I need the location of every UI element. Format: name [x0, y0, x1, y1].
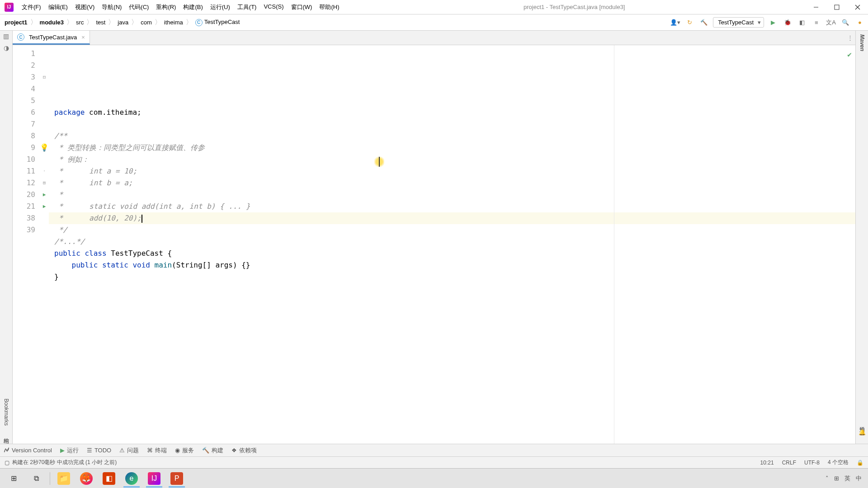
- menu-file[interactable]: 文件(F): [18, 1, 45, 13]
- services-tool-button[interactable]: ◉服务: [175, 446, 194, 455]
- status-message: 构建在 2秒70毫秒 中成功完成 (1 小时 之前): [12, 459, 117, 466]
- bulb-icon[interactable]: 💡: [40, 142, 49, 154]
- vc-tool-button[interactable]: 🗲Version Control: [4, 447, 52, 454]
- user-icon[interactable]: 👤▾: [670, 17, 680, 28]
- breadcrumbs: project1〉 module3〉 src〉 test〉 java〉 com〉…: [3, 18, 670, 27]
- branch-icon: 🗲: [4, 447, 9, 454]
- crumb-java[interactable]: java: [116, 18, 130, 27]
- status-box-icon[interactable]: ▢: [5, 460, 9, 466]
- layers-icon: ❖: [231, 447, 237, 454]
- tips-icon[interactable]: ●: [854, 17, 865, 28]
- menu-code[interactable]: 代码(C): [125, 1, 152, 13]
- notifications-tool[interactable]: 通知: [858, 421, 866, 424]
- coverage-icon[interactable]: ◧: [797, 17, 807, 28]
- hammer-icon: 🔨: [202, 447, 209, 454]
- run-gutter-icon[interactable]: ▶: [40, 189, 49, 201]
- main-area: ▥ ◑ Bookmarks 结构 C TestTypeCast.java × ⋮…: [0, 31, 868, 444]
- fold-icon[interactable]: ⊟: [40, 71, 49, 83]
- crumb-com[interactable]: com: [139, 18, 154, 27]
- project-tool-icon[interactable]: ▥: [3, 33, 9, 40]
- crumb-itheima[interactable]: itheima: [162, 18, 185, 27]
- list-icon: ☰: [87, 447, 92, 454]
- svg-rect-1: [835, 5, 839, 9]
- menu-refactor[interactable]: 重构(R): [152, 1, 179, 13]
- navigation-bar: project1〉 module3〉 src〉 test〉 java〉 com〉…: [0, 14, 868, 31]
- bookmarks-tool[interactable]: Bookmarks: [3, 397, 9, 427]
- tab-label: TestTypeCast.java: [29, 34, 77, 41]
- terminal-tool-button[interactable]: ⌘终端: [147, 446, 167, 455]
- menu-view[interactable]: 视图(V): [71, 1, 98, 13]
- crumb-class[interactable]: CTestTypeCast: [193, 18, 242, 27]
- terminal-icon: ⌘: [147, 447, 153, 454]
- menubar: 文件(F) 编辑(E) 视图(V) 导航(N) 代码(C) 重构(R) 构建(B…: [18, 1, 343, 13]
- intellij-taskbar[interactable]: IJ: [143, 469, 165, 488]
- run-tool-button[interactable]: ▶运行: [60, 446, 79, 455]
- titlebar: IJ 文件(F) 编辑(E) 视图(V) 导航(N) 代码(C) 重构(R) 构…: [0, 0, 868, 14]
- line-separator[interactable]: CRLF: [782, 460, 796, 466]
- menu-nav[interactable]: 导航(N): [98, 1, 125, 13]
- services-icon: ◉: [175, 447, 180, 454]
- ime-indicator-2[interactable]: 中: [856, 474, 862, 483]
- window-controls: [806, 0, 868, 14]
- commit-tool-icon[interactable]: ◑: [4, 44, 9, 52]
- tray-chevron-icon[interactable]: ˄: [826, 475, 829, 482]
- line-numbers: 12345678910111220213839: [13, 45, 40, 444]
- menu-vcs[interactable]: VCS(S): [260, 1, 287, 13]
- window-title: project1 - TestTypeCast.java [module3]: [343, 4, 806, 10]
- sync-icon[interactable]: ↻: [684, 17, 695, 28]
- todo-tool-button[interactable]: ☰TODO: [87, 447, 111, 454]
- hammer-icon[interactable]: 🔨: [698, 17, 709, 28]
- start-button[interactable]: ⊞: [3, 469, 24, 488]
- tray-grid-icon[interactable]: ⊞: [834, 475, 839, 482]
- deps-tool-button[interactable]: ❖依赖项: [231, 446, 257, 455]
- tab-file[interactable]: C TestTypeCast.java ×: [13, 31, 90, 45]
- maven-tool[interactable]: Maven: [859, 33, 865, 53]
- search-icon[interactable]: 🔍: [840, 17, 851, 28]
- file-encoding[interactable]: UTF-8: [804, 460, 820, 466]
- crumb-module[interactable]: module3: [38, 18, 66, 27]
- build-tool-button[interactable]: 🔨构建: [202, 446, 223, 455]
- menu-tools[interactable]: 工具(T): [234, 1, 260, 13]
- debug-icon[interactable]: 🐞: [782, 17, 793, 28]
- caret-position[interactable]: 10:21: [760, 460, 774, 466]
- gutter-column[interactable]: ⊟ 💡 ·⊞▶▶: [40, 45, 49, 444]
- run-config-select[interactable]: TestTypeCast: [713, 17, 764, 28]
- lock-icon[interactable]: 🔒: [857, 460, 863, 466]
- office-taskbar[interactable]: ◧: [98, 469, 120, 488]
- menu-window[interactable]: 窗口(W): [288, 1, 316, 13]
- analysis-ok-icon[interactable]: ✔: [847, 49, 852, 61]
- code-editor[interactable]: 12345678910111220213839 ⊟ 💡 ·⊞▶▶ ✔ packa…: [13, 45, 855, 444]
- run-icon[interactable]: ▶: [768, 17, 778, 28]
- bell-icon[interactable]: 🔔: [859, 429, 866, 436]
- run-gutter-icon[interactable]: ▶: [40, 201, 49, 212]
- minimize-button[interactable]: [806, 0, 826, 14]
- close-button[interactable]: [847, 0, 868, 14]
- tab-close-icon[interactable]: ×: [81, 34, 85, 41]
- firefox-taskbar[interactable]: 🦊: [75, 469, 97, 488]
- translate-icon[interactable]: 文A: [826, 17, 836, 28]
- crumb-src[interactable]: src: [74, 18, 85, 27]
- indent-info[interactable]: 4 个空格: [828, 459, 849, 466]
- powerpoint-taskbar[interactable]: P: [166, 469, 188, 488]
- maximize-button[interactable]: [826, 0, 847, 14]
- right-margin-line: [614, 45, 614, 444]
- menu-run[interactable]: 运行(U): [207, 1, 234, 13]
- fold-icon[interactable]: ·: [40, 165, 49, 177]
- edge-taskbar[interactable]: e: [121, 469, 142, 488]
- code-area[interactable]: ✔ package com.itheima; /** * 类型转换：同类型之间可…: [49, 45, 855, 444]
- crumb-project[interactable]: project1: [3, 18, 29, 27]
- bottom-tool-row: 🗲Version Control ▶运行 ☰TODO ⚠问题 ⌘终端 ◉服务 🔨…: [0, 444, 868, 456]
- menu-edit[interactable]: 编辑(E): [45, 1, 71, 13]
- tabs-menu-icon[interactable]: ⋮: [844, 31, 855, 45]
- crumb-test[interactable]: test: [94, 18, 107, 27]
- ime-indicator-1[interactable]: 英: [844, 474, 850, 483]
- stop-icon[interactable]: ■: [811, 17, 822, 28]
- menu-build[interactable]: 构建(B): [179, 1, 206, 13]
- menu-help[interactable]: 帮助(H): [316, 1, 343, 13]
- structure-tool[interactable]: 结构: [2, 432, 10, 436]
- fold-icon[interactable]: ⊞: [40, 177, 49, 189]
- problems-tool-button[interactable]: ⚠问题: [119, 446, 139, 455]
- explorer-taskbar[interactable]: 📁: [53, 469, 75, 488]
- task-view-button[interactable]: ⧉: [25, 469, 47, 488]
- right-tool-strip: Maven 通知 🔔: [855, 31, 868, 444]
